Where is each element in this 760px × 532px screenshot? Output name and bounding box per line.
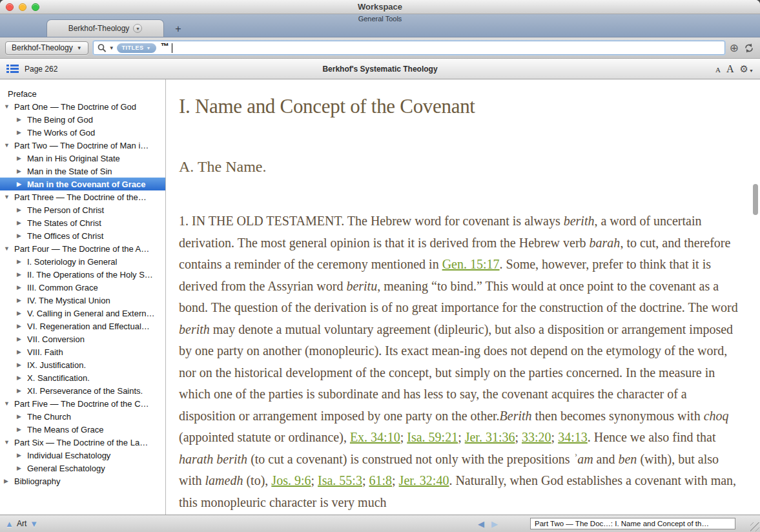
collapse-icon[interactable]: ▼ — [4, 142, 14, 148]
expand-icon[interactable]: ▶ — [17, 168, 27, 174]
expand-icon[interactable]: ▶ — [17, 413, 27, 420]
expand-icon[interactable]: ▶ — [17, 426, 27, 433]
minimize-button[interactable] — [19, 3, 26, 11]
sidebar-item[interactable]: ▶IV. The Mystical Union — [0, 294, 165, 307]
sidebar-item[interactable]: ▼Part Four — The Doctrine of the A… — [0, 242, 165, 255]
collapse-icon[interactable]: ▼ — [4, 194, 14, 200]
decrease-font-button[interactable]: A — [715, 66, 721, 74]
sidebar-item[interactable]: ▶The Means of Grace — [0, 423, 165, 436]
sidebar-item[interactable]: ▶VIII. Faith — [0, 345, 165, 358]
expand-icon[interactable]: ▶ — [17, 129, 27, 136]
sidebar-item[interactable]: ▼Part One — The Doctrine of God — [0, 100, 165, 113]
sidebar-item[interactable]: ▶VI. Regeneration and Effectual… — [0, 320, 165, 332]
sidebar-item[interactable]: ▶IX. Justification. — [0, 358, 165, 371]
sidebar-item[interactable]: ▶Man in the State of Sin — [0, 165, 165, 178]
expand-icon[interactable]: ▶ — [17, 271, 27, 278]
location-breadcrumb[interactable]: Part Two — The Doc…: I. Name and Concept… — [530, 518, 735, 529]
expand-icon[interactable]: ▶ — [17, 284, 27, 291]
gear-icon[interactable]: ⚙▼ — [740, 63, 754, 75]
expand-icon[interactable]: ▶ — [17, 232, 27, 239]
sidebar-item[interactable]: ▶The Offices of Christ — [0, 229, 165, 242]
sidebar-item[interactable]: ▶I. Soteriology in General — [0, 255, 165, 268]
body-text: may denote a mutual voluntary agreement … — [179, 322, 733, 423]
expand-icon[interactable]: ▶ — [17, 155, 27, 161]
expand-icon[interactable]: ▶ — [17, 387, 27, 394]
sidebar-item[interactable]: ▶The Being of God — [0, 113, 165, 126]
sidebar-item[interactable]: ▶XI. Perseverance of the Saints. — [0, 384, 165, 397]
search-input[interactable]: ▼ TITLES ▼ ™ — [93, 41, 725, 55]
context-dropdown[interactable]: Berkhof-Theology ▼ — [5, 41, 88, 55]
sync-icon[interactable] — [743, 43, 755, 54]
sidebar-item[interactable]: ▶V. Calling in General and Extern… — [0, 307, 165, 320]
sidebar-item[interactable]: ▶Man in the Covenant of Grace — [0, 178, 165, 190]
collapse-icon[interactable]: ▼ — [4, 103, 14, 110]
sidebar-item[interactable]: ▶Man in His Original State — [0, 152, 165, 165]
italic-term: harath berith — [179, 452, 247, 466]
sidebar-item[interactable]: ▶The Works of God — [0, 126, 165, 139]
sidebar-item[interactable]: ▼Part Two — The Doctrine of Man i… — [0, 139, 165, 152]
history-back-button[interactable]: ◀ — [478, 519, 484, 529]
document-content: I. Name and Concept of the Covenant A. T… — [166, 79, 760, 515]
sidebar-item[interactable]: ▼Part Six — The Doctrine of the La… — [0, 436, 165, 449]
collapse-icon[interactable]: ▼ — [4, 439, 14, 445]
scripture-link[interactable]: Ex. 34:10 — [350, 430, 400, 444]
scripture-link[interactable]: Jer. 32:40 — [399, 473, 449, 487]
sidebar-item[interactable]: ▶General Eschatology — [0, 462, 165, 475]
sidebar-item[interactable]: ▼Part Three — The Doctrine of the… — [0, 190, 165, 203]
expand-icon[interactable]: ▶ — [17, 349, 27, 355]
expand-icon[interactable]: ▶ — [17, 310, 27, 316]
sidebar-item[interactable]: ▶X. Sanctification. — [0, 371, 165, 384]
expand-icon[interactable]: ▶ — [17, 336, 27, 342]
scripture-link[interactable]: 61:8 — [369, 473, 392, 487]
sidebar-item[interactable]: ▶VII. Conversion — [0, 332, 165, 345]
scripture-link[interactable]: Jer. 31:36 — [465, 430, 515, 444]
resize-grip[interactable] — [750, 522, 759, 531]
new-tab-button[interactable]: + — [172, 23, 185, 35]
scripture-link[interactable]: 33:20 — [522, 430, 551, 444]
vertical-scrollbar-thumb[interactable] — [753, 184, 758, 215]
close-button[interactable] — [6, 3, 14, 11]
search-row: Berkhof-Theology ▼ ▼ TITLES ▼ ™ ⊕ — [0, 37, 760, 59]
scripture-link[interactable]: 34:13 — [558, 430, 588, 444]
expand-icon[interactable]: ▶ — [17, 258, 27, 265]
zoom-button[interactable] — [32, 3, 39, 11]
expand-icon[interactable]: ▶ — [17, 297, 27, 303]
previous-article-button[interactable]: ▲ — [5, 519, 14, 529]
search-icon[interactable] — [98, 43, 107, 52]
add-circle-icon[interactable]: ⊕ — [730, 43, 739, 54]
sidebar-item[interactable]: ▶Individual Eschatology — [0, 449, 165, 462]
expand-icon[interactable]: ▶ — [17, 374, 27, 381]
expand-icon[interactable]: ▶ — [17, 452, 27, 458]
table-of-contents-icon[interactable] — [6, 64, 19, 74]
sidebar-item[interactable]: Preface — [0, 87, 165, 100]
collapse-icon[interactable]: ▼ — [4, 400, 14, 407]
sidebar-item[interactable]: ▼Part Five — The Doctrine of the C… — [0, 397, 165, 410]
expand-icon[interactable]: ▶ — [17, 207, 27, 213]
expand-icon[interactable]: ▶ — [17, 362, 27, 368]
sidebar-item[interactable]: ▶The Person of Christ — [0, 203, 165, 216]
collapse-icon[interactable]: ▼ — [4, 245, 14, 252]
scripture-link[interactable]: Gen. 15:17 — [442, 257, 500, 271]
titles-scope-pill[interactable]: TITLES ▼ — [117, 43, 156, 53]
expand-icon[interactable]: ▶ — [17, 220, 27, 226]
expand-icon[interactable]: ▶ — [17, 465, 27, 471]
scripture-link[interactable]: Isa. 55:3 — [318, 473, 362, 487]
scripture-link[interactable]: Isa. 59:21 — [407, 430, 458, 444]
sidebar-item[interactable]: ▶III. Common Grace — [0, 281, 165, 294]
tab-menu-icon[interactable]: ▼ — [133, 24, 142, 33]
search-scope-arrow-icon[interactable]: ▼ — [109, 45, 114, 51]
sidebar-item[interactable]: ▶The Church — [0, 410, 165, 423]
sidebar-item[interactable]: ▶Bibliography — [0, 475, 165, 487]
sidebar-item[interactable]: ▶II. The Operations of the Holy S… — [0, 268, 165, 281]
next-article-button[interactable]: ▼ — [30, 519, 38, 529]
expand-icon[interactable]: ▶ — [4, 478, 14, 484]
history-forward-button[interactable]: ▶ — [491, 519, 498, 529]
expand-icon[interactable]: ▶ — [17, 181, 27, 187]
tab-berkhof-theology[interactable]: Berkhof-Theology ▼ — [46, 19, 164, 37]
scripture-link[interactable]: Jos. 9:6 — [271, 473, 311, 487]
body-text: (to cut a covenant) is construed not onl… — [247, 452, 573, 466]
increase-font-button[interactable]: A — [726, 63, 734, 75]
expand-icon[interactable]: ▶ — [17, 116, 27, 123]
expand-icon[interactable]: ▶ — [17, 323, 27, 329]
sidebar-item[interactable]: ▶The States of Christ — [0, 216, 165, 229]
